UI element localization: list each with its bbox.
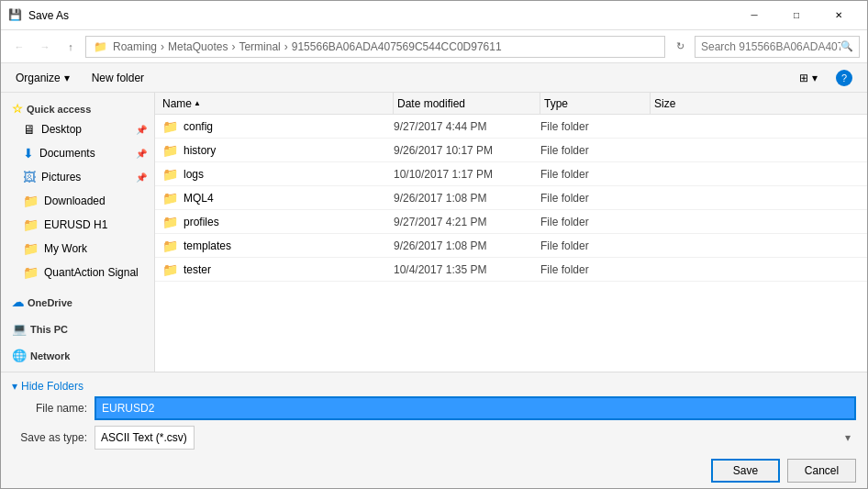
help-button[interactable]: ? <box>829 67 860 89</box>
dialog-title: Save As <box>28 9 733 22</box>
file-name: tester <box>184 263 211 276</box>
pictures-pin-icon: 📌 <box>136 172 147 183</box>
up-button[interactable]: ↑ <box>60 36 82 58</box>
table-row[interactable]: 📁 logs 10/10/2017 1:17 PM File folder <box>155 162 867 186</box>
bottombar: ▾ Hide Folders File name: Save as type: … <box>1 372 867 488</box>
search-input[interactable] <box>701 40 840 53</box>
column-header-size[interactable]: Size <box>651 93 724 115</box>
filename-row: File name: <box>12 396 856 420</box>
mywork-folder-icon: 📁 <box>23 241 39 256</box>
column-header-date[interactable]: Date modified <box>394 93 540 115</box>
view-button[interactable]: ⊞ ▾ <box>792 67 825 89</box>
search-box[interactable]: 🔍 <box>695 36 860 58</box>
sidebar-item-documents[interactable]: ⬇ Documents 📌 <box>1 141 154 165</box>
titlebar-controls: ─ □ ✕ <box>733 1 860 30</box>
file-name-cell: 📁 profiles <box>155 215 394 229</box>
file-name-cell: 📁 logs <box>155 167 394 182</box>
sidebar-item-label-downloaded: Downloaded <box>44 194 106 207</box>
file-name-cell: 📁 templates <box>155 239 394 253</box>
thispc-header[interactable]: 💻 This PC <box>1 317 154 338</box>
breadcrumb-hash[interactable]: 915566BA06ADA407569C544CC0D97611 <box>292 40 502 53</box>
sidebar-item-mywork[interactable]: 📁 My Work <box>1 237 154 261</box>
column-header-name[interactable]: Name ▲ <box>155 93 394 115</box>
minimize-button[interactable]: ─ <box>733 1 775 30</box>
sidebar-item-pictures[interactable]: 🖼 Pictures 📌 <box>1 165 154 189</box>
file-name: templates <box>184 239 231 252</box>
onedrive-label: OneDrive <box>28 297 72 308</box>
onedrive-icon: ☁ <box>12 295 24 309</box>
sidebar: ☆ Quick access 🖥 Desktop 📌 ⬇ Documents 📌… <box>1 93 155 372</box>
file-date-cell: 9/26/2017 1:08 PM <box>394 239 540 252</box>
breadcrumb-bar[interactable]: 📁 Roaming › MetaQuotes › Terminal › 9155… <box>85 36 665 58</box>
save-button[interactable]: Save <box>711 459 780 483</box>
refresh-button[interactable]: ↻ <box>669 36 691 58</box>
sidebar-item-label-mywork: My Work <box>44 242 87 255</box>
sidebar-item-quantaction[interactable]: 📁 QuantAction Signal <box>1 261 154 284</box>
thispc-icon: 💻 <box>12 322 27 336</box>
folder-icon: 📁 <box>162 143 178 158</box>
forward-button[interactable]: → <box>34 36 56 58</box>
breadcrumb-roaming[interactable]: Roaming <box>113 40 157 53</box>
cancel-button[interactable]: Cancel <box>787 459 856 483</box>
save-as-dialog: 💾 Save As ─ □ ✕ ← → ↑ 📁 Roaming › MetaQu… <box>0 0 868 489</box>
eurusd-folder-icon: 📁 <box>23 217 39 232</box>
help-icon: ? <box>836 70 852 86</box>
sidebar-item-downloaded[interactable]: 📁 Downloaded <box>1 189 154 213</box>
breadcrumb-terminal[interactable]: Terminal <box>239 40 280 53</box>
file-type-cell: File folder <box>540 168 651 181</box>
file-name: logs <box>184 168 204 181</box>
onedrive-header[interactable]: ☁ OneDrive <box>1 290 154 311</box>
folder-icon: 📁 <box>162 262 178 277</box>
table-row[interactable]: 📁 tester 10/4/2017 1:35 PM File folder <box>155 258 867 282</box>
hide-folders-label: Hide Folders <box>21 380 83 393</box>
file-name: history <box>184 144 216 157</box>
table-row[interactable]: 📁 config 9/27/2017 4:44 PM File folder <box>155 115 867 139</box>
file-name-cell: 📁 tester <box>155 262 394 277</box>
folder-icon: 📁 <box>162 215 178 229</box>
maximize-button[interactable]: □ <box>775 1 818 30</box>
sidebar-item-label-quantaction: QuantAction Signal <box>44 266 139 279</box>
breadcrumb-folder-icon: 📁 <box>94 40 107 53</box>
sidebar-item-label-documents: Documents <box>39 147 95 160</box>
sidebar-item-eurusd[interactable]: 📁 EURUSD H1 <box>1 213 154 237</box>
file-date-cell: 9/26/2017 10:17 PM <box>394 144 540 157</box>
savetype-select[interactable]: ASCII Text (*.csv) <box>95 426 195 450</box>
titlebar: 💾 Save As ─ □ ✕ <box>1 1 867 30</box>
file-type-cell: File folder <box>540 144 651 157</box>
hide-folders-row[interactable]: ▾ Hide Folders <box>12 380 856 393</box>
filename-label: File name: <box>12 402 95 415</box>
organize-button[interactable]: Organize ▾ <box>8 67 77 89</box>
sidebar-item-label-eurusd: EURUSD H1 <box>44 218 107 231</box>
table-row[interactable]: 📁 history 9/26/2017 10:17 PM File folder <box>155 139 867 162</box>
network-icon: 🌐 <box>12 349 27 362</box>
file-date-cell: 9/26/2017 1:08 PM <box>394 192 540 205</box>
file-date-cell: 10/4/2017 1:35 PM <box>394 263 540 276</box>
close-button[interactable]: ✕ <box>818 1 860 30</box>
folder-icon: 📁 <box>162 239 178 253</box>
thispc-label: This PC <box>30 324 68 335</box>
toolbar-right: ⊞ ▾ ? <box>792 67 860 89</box>
view-icon: ⊞ <box>799 72 808 84</box>
network-header[interactable]: 🌐 Network <box>1 343 154 364</box>
file-type-cell: File folder <box>540 239 651 252</box>
file-name: config <box>184 120 213 133</box>
table-row[interactable]: 📁 templates 9/26/2017 1:08 PM File folde… <box>155 234 867 258</box>
table-row[interactable]: 📁 profiles 9/27/2017 4:21 PM File folder <box>155 210 867 234</box>
filelist: Name ▲ Date modified Type Size 📁 config <box>155 93 867 372</box>
sidebar-item-label-desktop: Desktop <box>41 123 82 136</box>
breadcrumb-metaquotes[interactable]: MetaQuotes <box>168 40 228 53</box>
sidebar-item-desktop[interactable]: 🖥 Desktop 📌 <box>1 117 154 141</box>
new-folder-button[interactable]: New folder <box>84 67 151 89</box>
organize-chevron: ▾ <box>64 72 70 84</box>
filename-input[interactable] <box>95 396 856 420</box>
file-name-cell: 📁 MQL4 <box>155 191 394 206</box>
file-type-cell: File folder <box>540 216 651 228</box>
file-name-cell: 📁 history <box>155 143 394 158</box>
table-row[interactable]: 📁 MQL4 9/26/2017 1:08 PM File folder <box>155 186 867 210</box>
file-type-cell: File folder <box>540 263 651 276</box>
quick-access-header[interactable]: ☆ Quick access <box>1 96 154 117</box>
column-header-type[interactable]: Type <box>540 93 651 115</box>
organize-label: Organize <box>16 72 61 84</box>
back-button[interactable]: ← <box>8 36 30 58</box>
desktop-pin-icon: 📌 <box>136 125 147 135</box>
